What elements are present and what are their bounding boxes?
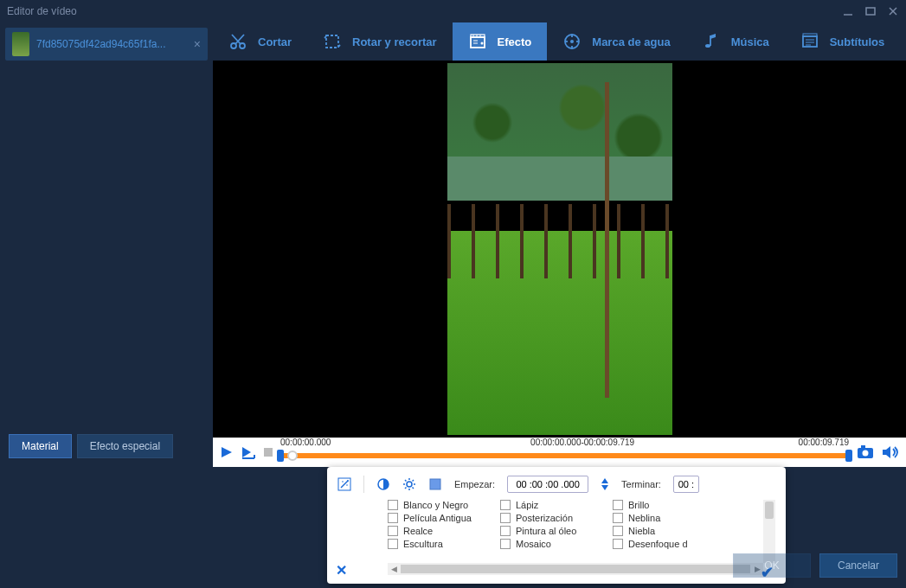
efecto-button[interactable]: Efecto (453, 22, 548, 61)
video-preview (213, 61, 906, 438)
effect-option[interactable]: Posterización (500, 513, 613, 523)
checkbox-icon[interactable] (500, 526, 511, 536)
effect-option[interactable]: Niebla (613, 526, 725, 536)
video-frame (447, 63, 672, 435)
stop-button[interactable] (263, 447, 273, 457)
checkbox-icon[interactable] (388, 500, 398, 510)
svg-rect-1 (866, 8, 875, 15)
svg-point-23 (705, 44, 710, 48)
close-button[interactable] (887, 5, 899, 17)
empezar-label: Empezar: (454, 479, 495, 489)
timeline: 00:00:00.000 00:00:00.000-00:00:09.719 0… (213, 438, 906, 467)
cortar-button[interactable]: Cortar (213, 22, 307, 61)
svg-point-45 (407, 482, 412, 487)
effect-option[interactable]: Escultura (388, 539, 500, 549)
file-tab[interactable]: 7fd85075df42ad94c65f1fa... × (5, 28, 208, 61)
svg-marker-55 (601, 478, 608, 483)
svg-rect-10 (471, 35, 485, 37)
playhead[interactable] (287, 451, 298, 461)
svg-line-53 (413, 480, 414, 482)
checkbox-icon[interactable] (613, 500, 623, 510)
svg-rect-34 (264, 448, 273, 457)
effect-option[interactable]: Película Antigua (388, 513, 500, 523)
checkbox-icon[interactable] (613, 526, 623, 536)
brightness-icon[interactable] (402, 477, 416, 491)
checkbox-icon[interactable] (500, 539, 511, 549)
magic-wand-icon[interactable] (337, 477, 351, 491)
svg-point-42 (342, 481, 344, 483)
effects-panel: Empezar: Terminar: Blanco y NegroPelícul… (327, 467, 786, 584)
close-file-icon[interactable]: × (194, 37, 201, 51)
svg-point-41 (347, 480, 349, 482)
checkbox-icon[interactable] (500, 513, 511, 523)
timeline-track[interactable]: 00:00:00.000 00:00:00.000-00:00:09.719 0… (280, 438, 849, 467)
checkbox-icon[interactable] (613, 539, 623, 549)
material-tab[interactable]: Material (9, 434, 72, 458)
effects-hscroll[interactable]: ◀ ▶ (388, 563, 763, 575)
svg-point-18 (570, 40, 574, 43)
svg-point-36 (863, 451, 869, 457)
effect-option[interactable]: Blanco y Negro (388, 500, 500, 510)
svg-point-43 (346, 484, 348, 486)
scroll-left-icon[interactable]: ◀ (388, 565, 400, 573)
titlebar: Editor de vídeo (0, 0, 906, 22)
svg-marker-56 (601, 485, 608, 490)
effect-option[interactable]: Mosaico (500, 539, 613, 549)
file-thumbnail (12, 32, 29, 56)
terminar-input[interactable] (673, 476, 699, 493)
cancel-button[interactable]: Cancelar (819, 553, 897, 578)
crop-icon (323, 32, 342, 51)
svg-line-52 (405, 488, 407, 489)
file-name: 7fd85075df42ad94c65f1fa... (36, 38, 187, 50)
checkbox-icon[interactable] (388, 539, 398, 549)
efecto-especial-tab[interactable]: Efecto especial (77, 434, 173, 458)
music-icon (702, 32, 721, 51)
snapshot-button[interactable] (856, 444, 875, 460)
checkbox-icon[interactable] (613, 513, 623, 523)
play-button[interactable] (220, 445, 234, 459)
subtitulos-button[interactable]: Subtítulos (785, 22, 901, 61)
effect-option[interactable]: Neblina (613, 513, 725, 523)
svg-marker-31 (242, 447, 251, 457)
minimize-button[interactable] (842, 5, 854, 17)
effect-option[interactable]: Realce (388, 526, 500, 536)
checkbox-icon[interactable] (500, 500, 511, 510)
ok-button[interactable]: OK (733, 553, 811, 578)
sidebar: 7fd85075df42ad94c65f1fa... × Material Ef… (0, 22, 213, 588)
svg-line-40 (341, 481, 348, 488)
checkbox-icon[interactable] (388, 526, 398, 536)
time-end: 00:00:09.719 (799, 438, 849, 447)
play-next-button[interactable] (241, 445, 256, 459)
contrast-icon[interactable] (376, 477, 390, 491)
effects-cancel-icon[interactable]: ✕ (336, 562, 347, 578)
svg-marker-38 (883, 446, 890, 458)
svg-point-14 (480, 42, 483, 45)
svg-rect-26 (803, 34, 817, 36)
effect-option[interactable]: Lápiz (500, 500, 613, 510)
trim-end-handle[interactable] (845, 450, 852, 462)
svg-marker-30 (222, 447, 232, 457)
empezar-spinner[interactable] (601, 477, 609, 491)
effect-option[interactable]: Desenfoque d (613, 539, 725, 549)
empezar-input[interactable] (507, 476, 588, 493)
svg-rect-37 (861, 445, 865, 448)
effects-list: Blanco y NegroPelícula AntiguaRealceEscu… (337, 500, 775, 575)
effect-option[interactable]: Brillo (613, 500, 725, 510)
checkbox-icon[interactable] (388, 513, 398, 523)
rotar-button[interactable]: Rotar y recortar (307, 22, 453, 61)
svg-rect-8 (326, 35, 338, 48)
maximize-button[interactable] (864, 5, 877, 17)
time-range: 00:00:00.000-00:00:09.719 (530, 438, 634, 447)
musica-button[interactable]: Música (686, 22, 785, 61)
trim-start-handle[interactable] (277, 450, 284, 462)
effect-option[interactable]: Pintura al óleo (500, 526, 613, 536)
svg-line-50 (405, 480, 407, 482)
time-start: 00:00:00.000 (280, 438, 331, 447)
svg-line-51 (413, 488, 414, 489)
color-square-icon[interactable] (428, 477, 442, 491)
subtitles-icon (800, 32, 819, 51)
watermark-icon (562, 32, 582, 51)
toolbar: Cortar Rotar y recortar Efecto Marca de … (213, 22, 906, 61)
marca-button[interactable]: Marca de agua (547, 22, 685, 61)
volume-button[interactable] (882, 445, 899, 459)
